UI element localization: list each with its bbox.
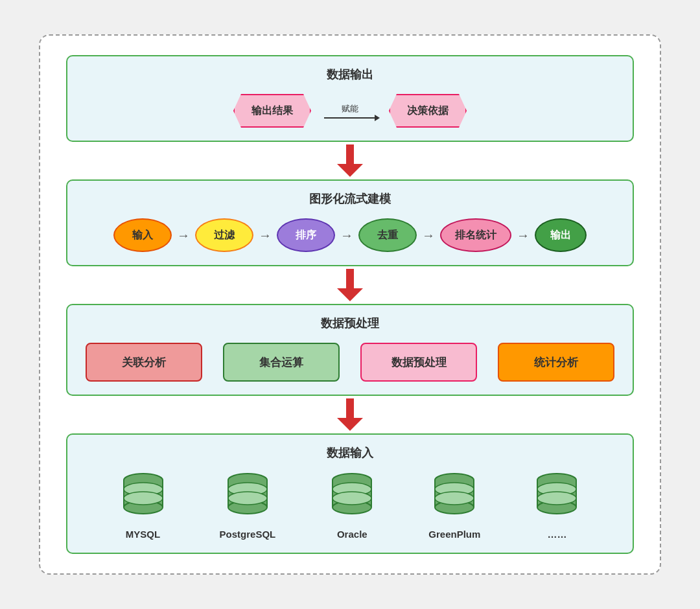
flow-arrow-1: → (259, 228, 272, 243)
flow-node-2: 排序 (277, 218, 335, 252)
flow-arrow-0: → (177, 228, 190, 243)
input-section: 数据输入 MYSQL (66, 433, 634, 554)
db-label-other: …… (547, 529, 566, 540)
flow-node-3: 去重 (358, 218, 417, 252)
preprocess-section: 数据预处理 关联分析 集合运算 数据预处理 统计分析 (66, 304, 634, 396)
flow-section: 图形化流式建模 输入 → 过滤 → 排序 → 去重 → 排名统计 → 输出 (66, 179, 634, 266)
arrow-down-1 (337, 144, 363, 177)
preprocess-node-3: 统计分析 (498, 343, 614, 382)
db-label-postgresql: PostgreSQL (220, 529, 276, 540)
db-label-mysql: MYSQL (126, 529, 160, 540)
db-icon-mysql (121, 472, 166, 523)
db-oracle: Oracle (329, 472, 375, 540)
db-icon-oracle (329, 472, 375, 523)
flow-arrow-3: → (422, 228, 435, 243)
flow-node-1: 过滤 (195, 218, 253, 252)
output-title: 数据输出 (80, 67, 620, 82)
flow-arrow-4: → (517, 228, 530, 243)
output-arrow: 赋能 (324, 103, 376, 119)
output-node2: 决策依据 (389, 94, 467, 128)
svg-point-30 (332, 492, 371, 505)
preprocess-node-1: 集合运算 (223, 343, 340, 382)
preprocess-node-2: 数据预处理 (360, 343, 477, 382)
arrow-down-3 (337, 398, 363, 431)
input-title: 数据输入 (80, 445, 620, 461)
flow-node-4: 排名统计 (440, 218, 511, 252)
flow-arrow-2: → (340, 228, 353, 243)
flow-node-0: 输入 (113, 218, 172, 252)
db-label-oracle: Oracle (337, 529, 368, 540)
preprocess-title: 数据预处理 (80, 316, 620, 331)
svg-point-12 (124, 492, 163, 505)
preprocess-node-0: 关联分析 (86, 343, 202, 382)
db-icon-other (534, 472, 579, 523)
svg-rect-0 (346, 144, 354, 165)
svg-rect-4 (346, 398, 354, 419)
output-row: 输出结果 赋能 决策依据 (80, 94, 620, 128)
flow-row: 输入 → 过滤 → 排序 → 去重 → 排名统计 → 输出 (80, 218, 620, 252)
flow-node-5: 输出 (535, 218, 587, 252)
db-postgresql: PostgreSQL (220, 472, 276, 540)
flow-title: 图形化流式建模 (80, 191, 620, 207)
svg-point-48 (537, 492, 576, 505)
db-greenplum: GreenPlum (428, 472, 480, 540)
svg-point-21 (228, 492, 267, 505)
svg-rect-2 (346, 269, 354, 290)
db-other: …… (534, 472, 579, 540)
db-mysql: MYSQL (121, 472, 166, 540)
output-section: 数据输出 输出结果 赋能 决策依据 (66, 55, 634, 142)
arrow-down-2 (337, 269, 363, 301)
main-diagram: 数据输出 输出结果 赋能 决策依据 图形化流式建模 输入 → 过滤 → 排序 (39, 34, 661, 575)
db-row: MYSQL PostgreSQL (80, 472, 620, 540)
arrow-line-graphic (324, 117, 376, 119)
svg-marker-1 (337, 164, 363, 177)
db-label-greenplum: GreenPlum (428, 529, 480, 540)
svg-marker-5 (337, 418, 363, 431)
svg-point-39 (435, 492, 474, 505)
arrow-line (324, 117, 376, 119)
db-icon-postgresql (225, 472, 270, 523)
db-icon-greenplum (432, 472, 477, 523)
arrow-label-text: 赋能 (342, 103, 358, 115)
preprocess-row: 关联分析 集合运算 数据预处理 统计分析 (80, 343, 620, 382)
svg-marker-3 (337, 288, 363, 301)
output-node1: 输出结果 (233, 94, 311, 128)
